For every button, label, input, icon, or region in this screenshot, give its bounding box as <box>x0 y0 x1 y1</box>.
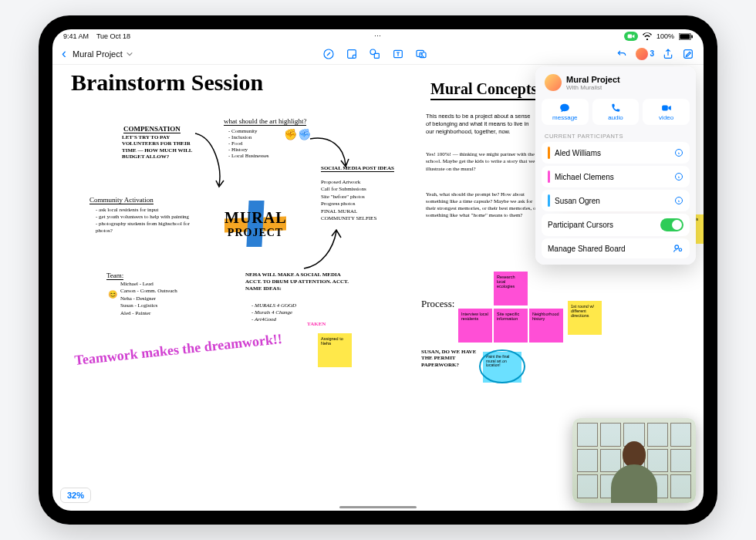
status-time: 9:41 AM <box>63 32 89 40</box>
sticky-history[interactable]: Neighborhood history <box>529 309 563 343</box>
battery-percent: 100% <box>656 32 674 40</box>
facetime-pip[interactable] <box>572 418 696 503</box>
facetime-participant <box>607 441 661 503</box>
video-icon <box>661 103 672 113</box>
svg-rect-14 <box>662 106 668 111</box>
svg-point-19 <box>679 248 682 251</box>
message-icon <box>559 103 570 113</box>
final-circle <box>478 347 526 386</box>
cursors-label: Participant Cursors <box>548 221 613 229</box>
text-tool-icon[interactable] <box>392 48 404 60</box>
highlight-question: what should the art highlight? <box>224 117 306 126</box>
collaboration-icon <box>673 243 683 254</box>
panel-subtitle: With Muralist <box>566 84 620 91</box>
svg-rect-5 <box>347 49 356 58</box>
battery-icon <box>679 33 693 40</box>
neha-ideas: - MURALS 4 GOOD - Murals 4 Change - Art4… <box>251 302 296 323</box>
info-icon[interactable] <box>674 148 683 157</box>
participant-name: Susan Ogren <box>555 197 600 205</box>
status-date: Tue Oct 18 <box>96 32 130 40</box>
facetime-pill[interactable] <box>624 32 638 41</box>
board-avatar-icon <box>545 74 562 91</box>
svg-rect-2 <box>680 34 690 39</box>
video-label: video <box>659 114 673 121</box>
participant-row[interactable]: Aled Williams <box>542 142 690 164</box>
phone-icon <box>610 103 621 113</box>
teamwork-note: Teamwork makes the dreamwork!! <box>74 332 283 369</box>
info-icon[interactable] <box>674 172 683 181</box>
participant-row[interactable]: Susan Ogren <box>542 190 690 211</box>
chevron-down-icon <box>126 50 133 58</box>
info-icon[interactable] <box>674 196 683 205</box>
participant-color <box>548 170 550 183</box>
multitasking-icon[interactable]: ⋯ <box>374 32 381 40</box>
svg-point-11 <box>421 53 422 54</box>
sticky-firstround[interactable]: 1st round w/ different directions <box>568 301 602 335</box>
sticky-tool-icon[interactable] <box>346 48 358 60</box>
board-title-button[interactable]: Mural Project <box>73 49 133 59</box>
svg-rect-3 <box>691 35 693 38</box>
process-label: Process: <box>421 298 454 310</box>
team-label: Team: <box>106 272 123 280</box>
share-icon[interactable] <box>662 48 674 60</box>
arrow-1 <box>191 130 230 191</box>
panel-title: Mural Project <box>566 75 620 84</box>
zoom-level[interactable]: 32% <box>60 488 91 503</box>
smiley-icon: 😊 <box>108 290 117 299</box>
participant-name: Aled Williams <box>555 149 601 157</box>
wifi-icon <box>643 32 652 40</box>
sticky-research[interactable]: Research local ecologies <box>494 272 528 305</box>
participant-count: 3 <box>650 49 654 58</box>
fist-icon-orange: ✊ <box>284 128 297 140</box>
arrow-3 <box>299 227 343 273</box>
social-body: Proposed Artwork Call for Submissions Si… <box>321 179 376 223</box>
participant-color <box>548 147 550 159</box>
mural-project-logo: MURALPROJECT <box>213 201 298 247</box>
compensation-body: LET'S TRY TO PAY VOLUNTEERS FOR THEIR TI… <box>122 134 202 160</box>
message-button[interactable]: message <box>542 99 589 125</box>
heading-concepts: Mural Concepts <box>430 80 537 100</box>
audio-label: audio <box>608 114 623 121</box>
heading-brainstorm: Brainstorm Session <box>71 69 263 95</box>
pencil-tool-icon[interactable] <box>322 48 335 60</box>
manage-label: Manage Shared Board <box>548 245 626 253</box>
svg-point-13 <box>480 350 525 383</box>
home-indicator[interactable] <box>339 506 417 508</box>
svg-rect-7 <box>374 53 379 58</box>
participants-heading: CURRENT PARTICIPANTS <box>542 130 690 142</box>
shape-tool-icon[interactable] <box>369 48 381 60</box>
undo-icon[interactable] <box>616 48 628 60</box>
arrow-2 <box>307 131 350 170</box>
concept-blurb: This needs to be a project about a sense… <box>426 113 534 135</box>
taken-note: TAKEN <box>307 321 326 327</box>
participants-button[interactable]: 3 <box>636 48 654 60</box>
board-title: Mural Project <box>73 49 123 59</box>
team-body: Michael - Lead Carson - Comm. Outreach N… <box>120 281 177 317</box>
audio-button[interactable]: audio <box>592 99 640 125</box>
neha-block: NEHA WILL MAKE A SOCIAL MEDIA ACCT. TO D… <box>245 272 353 292</box>
message-label: message <box>552 114 577 121</box>
participant-color <box>548 194 550 207</box>
new-board-icon[interactable] <box>682 48 694 60</box>
compensation-label: COMPENSATION <box>123 125 181 133</box>
collaboration-panel: Mural Project With Muralist message audi… <box>535 66 696 265</box>
susan-note: SUSAN, DO WE HAVE THE PERMIT PAPERWORK? <box>421 349 477 368</box>
toggle-switch[interactable] <box>660 218 683 231</box>
manage-board-button[interactable]: Manage Shared Board <box>542 238 690 258</box>
app-toolbar: ‹ Mural Project 3 <box>52 43 704 65</box>
concept-reply-2: Yeah, what should the prompt be? How abo… <box>426 191 543 219</box>
participant-cursors-toggle[interactable]: Participant Cursors <box>542 214 690 236</box>
activation-body: - ask local residents for input - get yo… <box>96 207 196 235</box>
sticky-interview[interactable]: Interview local residents <box>458 309 492 343</box>
back-button[interactable]: ‹ <box>62 46 66 62</box>
participant-row[interactable]: Michael Clemens <box>542 166 690 187</box>
sticky-sitespec[interactable]: Site specific information <box>494 309 528 343</box>
media-tool-icon[interactable] <box>415 48 427 60</box>
highlight-list: - Community - Inclusion - Food - History… <box>228 128 269 159</box>
participant-name: Michael Clemens <box>555 173 614 181</box>
sticky-assigned[interactable]: Assigned to Neha <box>318 333 352 367</box>
concept-reply: Yes! 100%! — thinking we might partner w… <box>426 151 540 173</box>
video-button[interactable]: video <box>643 99 690 125</box>
status-bar: 9:41 AM Tue Oct 18 ⋯ 100% <box>52 29 704 43</box>
participant-avatar-icon <box>636 48 648 60</box>
